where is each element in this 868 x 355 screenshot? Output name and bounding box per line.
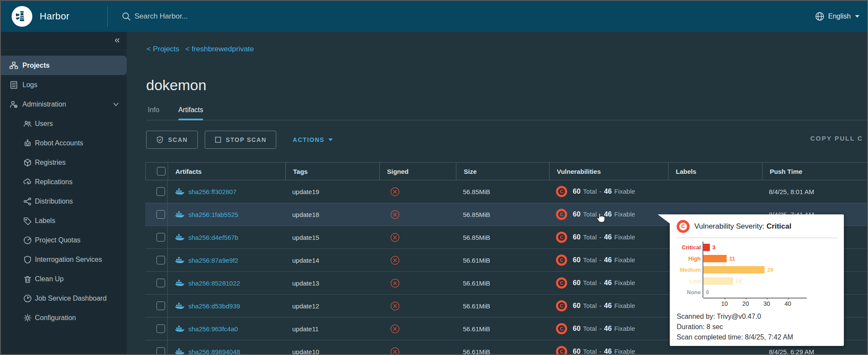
artifact-link[interactable]: sha256:963fc4a0 [188,325,238,333]
docker-whale-icon [175,302,184,310]
severity-badge-critical: C [556,277,567,289]
vulnerabilities-cell[interactable]: C 60 Total - 46 Fixable [549,203,668,226]
sidebar-item-configuration[interactable]: Configuration [1,308,127,327]
chevron-down-icon [855,15,859,18]
sidebar-item-interrogation-services[interactable]: Interrogation Services [1,250,127,269]
artifact-link[interactable]: sha256:85281022 [188,280,240,287]
artifact-link[interactable]: sha256:d53bd939 [188,302,240,310]
artifact-link[interactable]: sha256:87a9e9f2 [188,257,238,264]
column-header-artifacts: Artifacts [168,163,285,180]
not-signed-icon [390,210,400,220]
not-signed-icon [390,347,400,355]
language-label: English [828,13,851,20]
vulnerabilities-cell[interactable]: C 60 Total - 46 Fixable [549,180,668,203]
actions-menu-button[interactable]: ACTIONS [293,136,333,143]
tag-cell: update10 [285,340,379,355]
sidebar-item-logs[interactable]: Logs [1,75,127,94]
not-signed-icon [390,255,400,265]
row-checkbox[interactable] [156,256,165,264]
vuln-fixable-count: 46 [604,325,612,333]
sidebar-item-project-quotas[interactable]: Project Quotas [1,230,127,250]
vuln-dash: - [599,233,601,241]
language-menu[interactable]: English [815,1,859,32]
not-signed-icon [390,301,400,311]
vuln-dash: - [599,256,601,264]
vuln-total-label: Total [583,233,597,241]
scan-completed-text: Scan completed time: 8/4/25, 7:42 AM [677,332,837,342]
tag-icon [23,217,32,225]
row-checkbox[interactable] [156,347,165,355]
severity-label: Critical [677,244,701,251]
column-header-size: Size [456,163,549,180]
tag-cell: update18 [285,203,379,226]
vulnerabilities-cell[interactable]: C 60 Total - 46 Fixable [549,226,668,248]
vuln-fixable-label: Fixable [614,256,635,264]
row-checkbox[interactable] [156,210,165,219]
vuln-fixable-count: 46 [604,279,612,287]
stop-scan-button[interactable]: STOP SCAN [205,131,277,149]
vuln-total-label: Total [583,188,597,195]
projects-icon [9,61,18,70]
row-checkbox[interactable] [156,233,165,242]
breadcrumb-project-link[interactable]: < freshbrewedprivate [185,45,254,53]
globe-icon [815,11,825,22]
row-checkbox[interactable] [156,324,165,333]
vuln-total-label: Total [583,348,597,355]
push-time-cell: 8/4/25, 8:01 AM [762,180,868,203]
artifact-link[interactable]: sha256:1fab5525 [188,211,238,218]
sidebar-item-job-service-dashboard[interactable]: Job Service Dashboard [1,289,127,308]
severity-value: 29 [767,267,773,273]
distributions-icon [23,197,32,206]
artifact-link[interactable]: sha256:89894048 [188,348,240,355]
gear-icon [23,314,32,322]
tag-cell: update19 [285,180,379,203]
sidebar-item-robot-accounts[interactable]: Robot Accounts [1,133,127,153]
not-signed-icon [390,324,400,334]
chevron-down-icon [113,101,119,108]
vuln-total-count: 60 [573,210,581,218]
tab-info[interactable]: Info [148,106,159,120]
sidebar-item-registries[interactable]: Registries [1,153,127,172]
select-all-checkbox[interactable] [157,167,165,176]
vulnerabilities-cell[interactable]: C 60 Total - 46 Fixable [549,295,668,317]
severity-value: Critical [767,222,792,230]
sidebar-item-users[interactable]: Users [1,114,127,133]
sidebar-collapse-icon[interactable]: « [115,35,120,46]
sidebar-item-replications[interactable]: Replications [1,172,127,192]
sidebar-item-labels[interactable]: Labels [1,211,127,230]
vulnerabilities-cell[interactable]: C 60 Total - 46 Fixable [549,340,668,355]
table-row[interactable]: sha256:ff302807 update19 56.85MiB C [145,180,868,203]
tab-artifacts[interactable]: Artifacts [178,106,203,120]
shield-icon [23,255,32,264]
sidebar-item-projects[interactable]: Projects [1,56,127,75]
copy-pull-command-button[interactable]: COPY PULL C [810,135,863,142]
vuln-total-count: 60 [573,233,581,241]
size-cell: 56.61MiB [456,249,549,271]
row-checkbox[interactable] [156,187,165,196]
artifact-link[interactable]: sha256:ff302807 [188,188,237,195]
sidebar-item-clean-up[interactable]: Clean Up [1,269,127,289]
vulnerability-tooltip: C Vulnerability Severity: Critical Criti… [670,214,844,346]
harbor-window: Harbor English « Projects [0,0,868,355]
table-header: Artifacts Tags Signed Size Vulnerabiliti… [145,162,868,180]
vulnerabilities-cell[interactable]: C 60 Total - 46 Fixable [549,272,668,294]
size-cell: 56.61MiB [456,340,549,355]
vuln-total-count: 60 [573,188,581,195]
vuln-total-count: 60 [573,302,581,310]
row-checkbox[interactable] [156,279,165,287]
registries-icon [23,158,32,167]
vulnerabilities-cell[interactable]: C 60 Total - 46 Fixable [549,249,668,271]
administration-icon [9,100,18,109]
vuln-fixable-label: Fixable [614,233,635,241]
row-checkbox[interactable] [156,302,165,310]
harbor-logo[interactable] [12,6,32,27]
top-bar: Harbor English [1,1,867,32]
sidebar-item-distributions[interactable]: Distributions [1,192,127,211]
sidebar-item-administration[interactable]: Administration [1,94,127,114]
scan-button[interactable]: SCAN [146,131,198,149]
breadcrumb-projects-link[interactable]: < Projects [147,45,179,53]
artifact-link[interactable]: sha256:d4ef567b [188,234,238,241]
search-input[interactable] [134,12,359,21]
severity-value: 0 [706,289,709,295]
vulnerabilities-cell[interactable]: C 60 Total - 46 Fixable [549,317,668,340]
